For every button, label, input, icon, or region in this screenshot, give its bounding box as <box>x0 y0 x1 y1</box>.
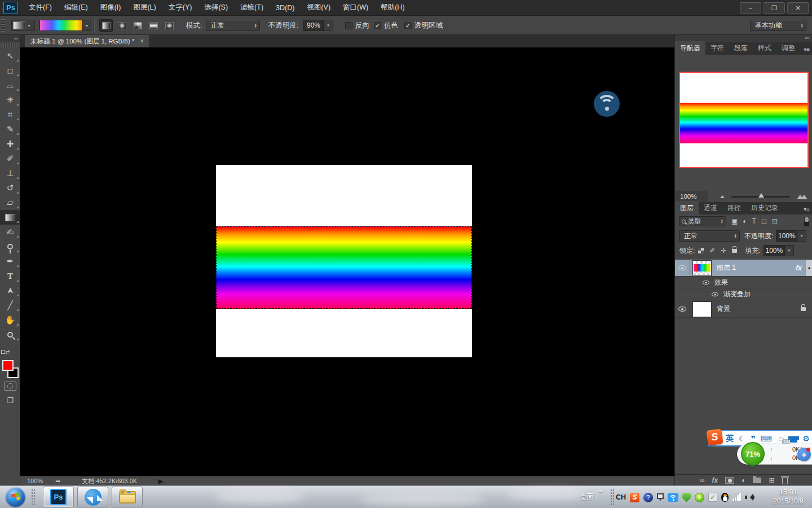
lasso-tool[interactable]: ⌓ <box>0 78 20 93</box>
transparency-checkbox[interactable]: ✓ 透明区域 <box>404 21 443 30</box>
tool-preset-picker[interactable]: ▼ <box>11 20 35 31</box>
delete-layer-icon[interactable] <box>782 478 788 484</box>
filter-type-icon[interactable]: T <box>752 217 756 225</box>
start-button[interactable] <box>6 487 25 507</box>
panel-menu-icon[interactable]: ▾≡ <box>804 46 810 55</box>
layer-opacity-value[interactable]: 100% <box>776 230 797 242</box>
menu-select[interactable]: 选择(S) <box>198 0 234 15</box>
memory-percent-badge[interactable]: 71% <box>741 442 765 466</box>
tab-paragraph[interactable]: 段落 <box>729 41 753 55</box>
net-speed-widget[interactable]: 71% ↑ 0K/s ↓ 0K/s + <box>737 444 812 465</box>
angle-gradient-button[interactable] <box>131 19 144 32</box>
visibility-toggle[interactable] <box>675 301 690 317</box>
menu-edit[interactable]: 编辑(E) <box>58 0 94 15</box>
tab-channels[interactable]: 通道 <box>699 201 722 214</box>
wifi-overlay-icon[interactable] <box>594 91 620 117</box>
menu-layer[interactable]: 图层(L) <box>127 0 162 15</box>
document-tab[interactable]: 未标题-1 @ 100% (图层 1, RGB/8) * × <box>25 35 150 47</box>
workspace-select[interactable]: 基本功能 ▲▼ <box>750 20 806 31</box>
brush-tool[interactable]: ✐ <box>0 151 20 166</box>
moon-icon[interactable]: ☾ <box>739 434 746 443</box>
eraser-tool[interactable]: ▱ <box>0 195 20 210</box>
menu-file[interactable]: 文件(F) <box>23 0 58 15</box>
fill-value[interactable]: 100% <box>764 245 785 256</box>
lock-pixels-icon[interactable]: ✐ <box>709 247 715 255</box>
navigator-preview[interactable] <box>679 72 809 168</box>
healing-brush-tool[interactable]: ✚ <box>0 137 20 151</box>
slider-thumb[interactable] <box>758 193 764 198</box>
filter-toggle-switch[interactable] <box>804 217 809 226</box>
smudge-tool[interactable]: ✍ <box>0 225 20 239</box>
gradient-preview-picker[interactable]: ▼ <box>39 20 91 31</box>
visibility-toggle[interactable] <box>675 260 690 276</box>
status-zoom-field[interactable]: 100% <box>27 478 43 484</box>
layer-style-icon[interactable]: fx <box>712 476 718 484</box>
navigator-zoom-field[interactable]: 100% <box>675 191 708 202</box>
filter-type-select[interactable]: 类型 ▲▼ <box>679 216 726 226</box>
settings-wrench-icon[interactable]: ⚙ <box>802 434 810 443</box>
opacity-dropdown-arrow[interactable]: ▼ <box>324 20 333 31</box>
menu-help[interactable]: 帮助(H) <box>374 0 411 15</box>
keyboard-icon[interactable]: ⌨ <box>761 434 772 443</box>
clone-stamp-tool[interactable]: ⊥ <box>0 166 20 181</box>
taskbar-photoshop-button[interactable]: Ps <box>43 487 74 507</box>
filter-image-icon[interactable]: ▣ <box>731 217 738 225</box>
gradient-selection-band[interactable] <box>216 226 472 309</box>
zoom-out-icon[interactable] <box>720 195 725 198</box>
lock-all-icon[interactable] <box>732 249 737 253</box>
tools-collapse-icon[interactable]: »» <box>0 35 20 42</box>
dodge-tool[interactable] <box>0 239 20 254</box>
taskbar-browser-button[interactable] <box>77 487 108 507</box>
status-menu-arrow[interactable]: ▶ <box>158 478 163 484</box>
background-thumbnail[interactable] <box>693 302 711 317</box>
radial-gradient-button[interactable] <box>115 19 129 32</box>
default-swap-colors[interactable]: ⇄ <box>1 349 10 355</box>
account-icon[interactable]: ☺14 <box>777 434 785 443</box>
type-tool[interactable]: T <box>0 269 20 283</box>
reverse-checkbox[interactable]: 反向 <box>345 21 369 30</box>
tray-check-icon[interactable]: ✓ <box>708 493 717 502</box>
lock-position-icon[interactable]: ✛ <box>721 247 726 255</box>
menu-image[interactable]: 图像(I) <box>94 0 127 15</box>
layer-row-background[interactable]: 背景 <box>675 301 812 318</box>
eyedropper-tool[interactable]: ✎ <box>0 122 20 137</box>
move-tool[interactable]: ↖ <box>0 49 20 63</box>
foreground-color-swatch[interactable] <box>2 360 14 371</box>
tray-volume-icon[interactable] <box>745 493 754 501</box>
accelerate-button[interactable]: + <box>797 448 811 461</box>
blend-mode-select[interactable]: 正常 ▲▼ <box>206 20 260 31</box>
diamond-gradient-button[interactable] <box>162 19 176 32</box>
gradient-tool[interactable] <box>0 210 20 225</box>
menu-type[interactable]: 文字(Y) <box>162 0 198 15</box>
layer-row-effects[interactable]: 效果 <box>675 277 812 288</box>
opacity-value[interactable]: 90% <box>303 20 324 31</box>
document-canvas[interactable] <box>216 165 472 357</box>
tray-window-switch-icon[interactable]: ▼ <box>657 493 664 502</box>
layer-blend-select[interactable]: 正常 ▲▼ <box>679 230 740 242</box>
zoom-in-icon[interactable] <box>797 194 807 199</box>
tray-sogou-icon[interactable]: S <box>630 493 639 502</box>
scroll-up-arrow[interactable]: ▲ <box>805 260 812 276</box>
tray-qq-icon[interactable] <box>721 493 729 502</box>
tray-help-icon[interactable]: ? <box>643 493 653 502</box>
skin-icon[interactable] <box>790 436 797 443</box>
taskbar-grip[interactable] <box>31 489 35 506</box>
add-mask-icon[interactable] <box>725 477 734 484</box>
crop-tool[interactable]: ⌗ <box>0 107 20 122</box>
menu-window[interactable]: 窗口(W) <box>337 0 374 15</box>
tray-safe-plus-icon[interactable]: + <box>695 493 704 502</box>
path-selection-tool[interactable]: ➤ <box>0 283 20 298</box>
line-tool[interactable]: ╱ <box>0 298 20 313</box>
zoom-tool[interactable] <box>0 327 20 342</box>
menu-view[interactable]: 视图(V) <box>301 0 337 15</box>
taskbar-clock[interactable]: 15:01 2015/10/9 <box>767 488 810 505</box>
reflected-gradient-button[interactable] <box>147 19 160 32</box>
fill-arrow[interactable]: ▼ <box>785 245 794 256</box>
linear-gradient-button[interactable] <box>99 19 113 32</box>
tools-grip[interactable] <box>3 43 17 47</box>
restore-button[interactable]: ❐ <box>764 2 785 14</box>
hand-tool[interactable]: ✋ <box>0 313 20 327</box>
screen-mode-button[interactable]: ❐ <box>4 396 16 406</box>
tab-paths[interactable]: 路径 <box>722 201 746 214</box>
tab-adjustments[interactable]: 调整 <box>776 41 800 55</box>
